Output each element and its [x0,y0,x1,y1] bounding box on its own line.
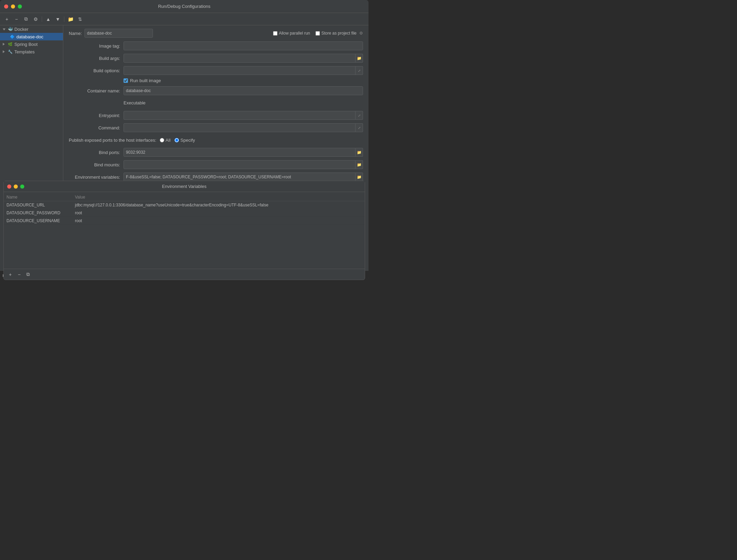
build-options-row: Build options: ⤢ [69,66,363,75]
remove-config-button[interactable]: − [12,15,21,23]
main-window: Run/Debug Configurations + − ⧉ ⚙ ▲ ▼ 📁 ⇅… [0,0,368,280]
entrypoint-label: Entrypoint: [69,113,124,118]
name-label: Name: [69,31,82,36]
move-down-button[interactable]: ▼ [54,15,62,23]
env-minimize-button[interactable] [14,184,18,189]
tree-item-templates[interactable]: 🔧 Templates [0,48,63,55]
entrypoint-input[interactable] [124,111,355,120]
env-row-datasource-password[interactable]: DATASOURCE_PASSWORD root [4,209,365,217]
env-row-datasource-url[interactable]: DATASOURCE_URL jdbc:mysql://127.0.0.1:33… [4,201,365,209]
command-label: Command: [69,125,124,130]
env-table-header: Name Value [4,193,365,201]
env-vars-row: Environment variables: 📁 [69,172,363,182]
env-dialog-title: Environment Variables [162,184,207,189]
tree-item-spring-boot[interactable]: 🌿 Spring Boot [0,40,63,48]
publish-ports-radio-group: All Specify [160,138,195,143]
executable-header-row: Executable [69,98,363,108]
close-button[interactable] [4,4,8,9]
env-value-datasource-username: root [75,218,362,223]
bind-mounts-browse-btn[interactable]: 📁 [355,160,363,169]
env-remove-button[interactable]: − [15,271,23,278]
move-up-button[interactable]: ▲ [44,15,52,23]
entrypoint-row: Entrypoint: ⤢ [69,111,363,120]
env-copy-button[interactable]: ⧉ [24,271,32,278]
env-close-button[interactable] [7,184,11,189]
run-built-image-row: Run built image [69,78,363,83]
window-title: Run/Debug Configurations [158,4,210,9]
sort-button[interactable]: ⇅ [76,15,84,23]
bind-ports-label: Bind ports: [69,150,124,155]
command-row: Command: ⤢ [69,123,363,132]
maximize-button[interactable] [18,4,22,9]
bind-mounts-row: Bind mounts: 📁 [69,160,363,169]
env-window-controls [7,184,24,189]
bind-mounts-label: Bind mounts: [69,162,124,167]
toolbar-separator-2 [64,16,64,22]
docker-icon: 🐳 [8,26,13,32]
name-group: Name: [69,29,153,38]
run-built-image-checkbox[interactable] [124,78,128,83]
radio-specify-label[interactable]: Specify [174,138,195,143]
bind-ports-input-group: 📁 [124,148,363,157]
env-row-datasource-username[interactable]: DATASOURCE_USERNAME root [4,217,365,225]
build-args-browse-btn[interactable]: 📁 [355,54,363,63]
spring-boot-icon: 🌿 [8,41,13,47]
env-dialog-toolbar: + − ⧉ [4,269,365,280]
templates-icon: 🔧 [8,49,13,54]
env-col-value-header: Value [75,195,362,200]
minimize-button[interactable] [11,4,15,9]
bind-ports-browse-btn[interactable]: 📁 [355,148,363,157]
allow-parallel-checkbox[interactable] [273,31,277,36]
image-tag-input[interactable] [124,41,363,50]
command-expand-btn[interactable]: ⤢ [355,123,363,132]
docker-label: Docker [14,27,28,32]
env-name-datasource-url: DATASOURCE_URL [7,203,75,207]
entrypoint-expand-btn[interactable]: ⤢ [355,111,363,120]
copy-config-button[interactable]: ⧉ [22,15,30,23]
toolbar: + − ⧉ ⚙ ▲ ▼ 📁 ⇅ [0,13,368,25]
env-table: Name Value DATASOURCE_URL jdbc:mysql://1… [4,192,365,269]
allow-parallel-label: Allow parallel run [279,31,310,36]
database-doc-label: database-doc [16,34,43,39]
env-vars-input[interactable] [124,173,355,181]
bind-ports-input[interactable] [124,148,355,157]
env-name-datasource-username: DATASOURCE_USERNAME [7,218,75,223]
store-as-project-checkbox[interactable] [315,31,320,36]
radio-all[interactable] [160,138,164,142]
header-checkboxes: Allow parallel run Store as project file… [273,31,363,36]
command-input[interactable] [124,123,355,132]
build-args-input[interactable] [124,54,355,63]
bind-mounts-input-group: 📁 [124,160,363,169]
container-name-row: Container name: [69,86,363,96]
executable-section-label: Executable [124,100,145,105]
build-options-input[interactable] [124,66,355,75]
tree-item-docker[interactable]: 🐳 Docker [0,25,63,33]
image-tag-label: Image tag: [69,43,124,49]
radio-all-label[interactable]: All [160,138,170,143]
templates-arrow [3,50,7,54]
build-options-expand-btn[interactable]: ⤢ [355,66,363,75]
publish-ports-row: Publish exposed ports to the host interf… [69,135,363,145]
name-input[interactable] [85,29,153,38]
env-variables-dialog: Environment Variables Name Value DATASOU… [3,181,365,280]
env-value-datasource-url: jdbc:mysql://127.0.0.1:3306/database_nam… [75,203,362,207]
title-bar: Run/Debug Configurations [0,0,368,13]
env-dialog-title-bar: Environment Variables [4,181,365,192]
env-add-button[interactable]: + [7,271,14,278]
bind-mounts-input[interactable] [124,160,355,169]
env-vars-input-group: 📁 [124,173,363,181]
env-vars-browse-btn[interactable]: 📁 [355,173,363,181]
settings-config-button[interactable]: ⚙ [31,15,40,23]
folder-button[interactable]: 📁 [66,15,75,23]
env-value-datasource-password: root [75,211,362,215]
allow-parallel-item: Allow parallel run [273,31,310,36]
build-args-input-group: 📁 [124,54,363,63]
store-as-project-label: Store as project file [321,31,357,36]
radio-specify[interactable] [174,138,179,142]
build-options-label: Build options: [69,68,124,73]
add-config-button[interactable]: + [3,15,11,23]
tree-item-database-doc[interactable]: 🔷 database-doc [0,33,63,40]
container-name-input[interactable] [124,86,363,95]
env-maximize-button[interactable] [20,184,24,189]
run-built-image-label: Run built image [130,78,161,83]
